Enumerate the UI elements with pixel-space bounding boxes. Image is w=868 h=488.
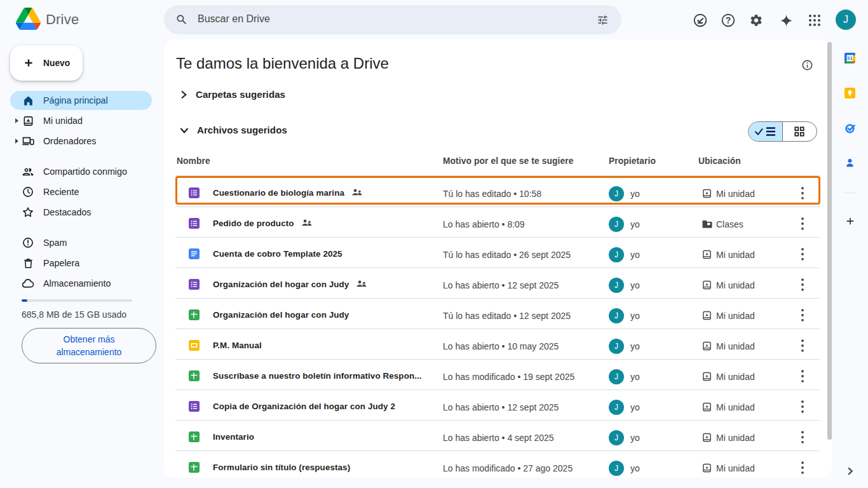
svg-text:31: 31 — [847, 55, 853, 61]
